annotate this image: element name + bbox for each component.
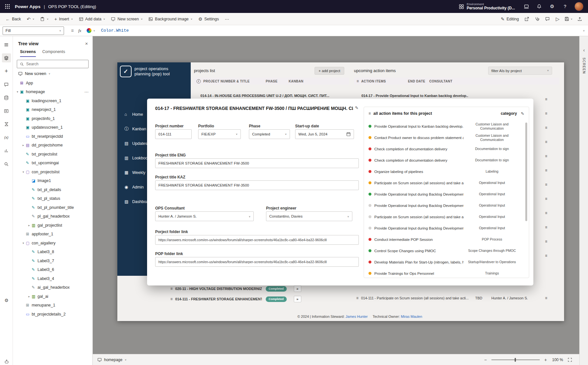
property-selector[interactable]: Fill ∨	[3, 27, 64, 35]
formula-expand-icon[interactable]: ∨	[583, 29, 585, 32]
comments-icon[interactable]	[542, 13, 552, 25]
tree-item-bt_projectdetails_2[interactable]: ▭bt_projectdetails_2	[13, 310, 92, 319]
search-rail-icon[interactable]	[2, 159, 11, 168]
menu-icon[interactable]	[2, 40, 11, 49]
tree-item-newproject_1[interactable]: ▣newproject_1	[13, 105, 92, 114]
tree-item-projectinfo_1[interactable]: ▣projectinfo_1	[13, 114, 92, 123]
search-input[interactable]	[26, 62, 86, 66]
add-data-button[interactable]: Add data ∨	[76, 13, 108, 25]
power-automate-icon[interactable]	[2, 120, 11, 129]
ops-consultant-dropdown[interactable]: Hunter A. / Jameson S.∨	[155, 211, 254, 221]
tree-item-dd_projectshome[interactable]: ▤dd_projectshome	[13, 141, 92, 150]
expand-down-icon[interactable]	[21, 242, 26, 245]
tree-item-con_projectslist[interactable]: ▢con_projectslist	[13, 167, 92, 177]
portfolio-dropdown[interactable]: FIE/EXP∨	[198, 129, 241, 139]
tree-item-gal_ai[interactable]: ▥gal_ai	[13, 292, 92, 301]
expand-right-icon[interactable]	[27, 295, 32, 298]
tree-item-con_aigallery[interactable]: ▢con_aigallery	[13, 239, 92, 248]
project-number-input[interactable]: 014-111	[155, 129, 192, 139]
zoom-slider[interactable]	[491, 360, 540, 360]
action-item-row[interactable]: Provide Operational Input to Kanban back…	[364, 121, 529, 132]
drag-handle-icon[interactable]: ≡	[545, 154, 547, 158]
fit-to-screen-icon[interactable]	[568, 358, 572, 362]
tree-item-txt_projectslist[interactable]: ✎txt_projectslist	[13, 150, 92, 159]
expand-down-icon[interactable]	[21, 170, 26, 174]
settings-icon[interactable]: ⚙	[549, 3, 556, 10]
steward-link[interactable]: James Hunter	[346, 315, 368, 318]
drag-handle-icon[interactable]: ≡	[545, 225, 547, 230]
tree-item-txt_upcomingai[interactable]: ✎txt_upcomingai	[13, 159, 92, 168]
phase-dropdown[interactable]: Completed∨	[249, 129, 290, 139]
action-item-row[interactable]: Provide Operational Input during Backlog…	[364, 222, 529, 234]
calendar-icon[interactable]	[346, 132, 351, 136]
copilot-chat-icon[interactable]	[2, 80, 11, 89]
open-kanban-button[interactable]: »	[294, 296, 301, 302]
tree-item-ai_gal_headerbox[interactable]: ✎ai_gal_headerbox	[13, 283, 92, 292]
action-row-partial[interactable]: 014-17 - Provide Operational Input to Ka…	[361, 94, 468, 98]
edit-categories-icon[interactable]: ✎	[521, 111, 524, 116]
notifications-icon[interactable]	[536, 3, 543, 10]
drag-handle-icon[interactable]: ≡	[545, 253, 547, 258]
tree-item-updatesscreen_1[interactable]: ▣updatesscreen_1	[13, 123, 92, 132]
background-image-button[interactable]: Background image ∨	[145, 13, 195, 25]
drag-handle-icon[interactable]: ≡	[170, 297, 173, 301]
panel-scrollbar[interactable]	[525, 123, 527, 221]
device-status-icon[interactable]	[523, 3, 530, 10]
drag-handle-icon[interactable]: ≡	[545, 182, 547, 187]
formula-input[interactable]: Color.White	[101, 28, 583, 33]
title-kaz-input[interactable]: FRESHWATER STORAGE ENHANCEMENT FW-3500	[155, 180, 359, 190]
tree-item-App[interactable]: ⊞App	[13, 79, 92, 88]
open-kanban-button[interactable]: »	[294, 285, 301, 292]
action-item-row[interactable]: Control Scope Changes using PMOCScope Ch…	[364, 245, 529, 256]
tree-item-txt_pl_status[interactable]: ✎txt_pl_status	[13, 194, 92, 203]
edit-title-icon[interactable]: ✎	[355, 105, 358, 110]
paste-button[interactable]: ∨	[37, 13, 51, 25]
data-icon[interactable]	[2, 93, 11, 102]
tree-item-Label3_7[interactable]: ✎Label3_7	[13, 256, 92, 265]
publish-icon[interactable]	[574, 13, 585, 25]
tree-item-menupane_1[interactable]: ⊞menupane_1	[13, 301, 92, 310]
action-item-row[interactable]: Conduct intermediate POP SessionPOP Proc…	[364, 234, 529, 245]
project-engineer-dropdown[interactable]: Constantino, Davies∨	[266, 211, 352, 221]
project-row[interactable]: ≡ 014-111 - FRESHWATER STORAGE ENHANCEME…	[170, 296, 332, 302]
drag-handle-icon[interactable]: ≡	[545, 296, 547, 300]
share-icon[interactable]	[521, 13, 532, 25]
chevron-down-icon[interactable]: ∨	[33, 18, 35, 20]
zoom-in-button[interactable]: +	[544, 357, 547, 362]
new-screen-button[interactable]: New screen ∨	[108, 13, 145, 25]
action-item-row[interactable]: Contact Product owner to discuss problem…	[364, 132, 529, 143]
project-folder-input[interactable]: https://answers.microsoft.com/en-us/wind…	[155, 235, 359, 245]
drag-handle-icon[interactable]: ≡	[356, 296, 358, 300]
environment-picker[interactable]: Environment Personal Productivity (D...	[459, 2, 515, 11]
action-item-row[interactable]: Develop Materials Plan for Start-Up (nit…	[364, 256, 529, 268]
action-item-row[interactable]: Participate on Scrum session (all sessio…	[364, 211, 529, 222]
new-screen-tree-button[interactable]: New screen ∨	[13, 68, 92, 78]
add-project-button[interactable]: + add project	[315, 67, 344, 75]
brand[interactable]: Power Apps	[15, 4, 41, 9]
action-item-row[interactable]: Check completion of documentation delive…	[364, 155, 529, 166]
tree-item-Label3_6[interactable]: ✎Label3_6	[13, 265, 92, 274]
tree-item-txt_pl_details[interactable]: ✎txt_pl_details	[13, 185, 92, 194]
help-icon[interactable]: ?	[561, 3, 569, 10]
zoom-slider-thumb[interactable]	[515, 358, 516, 362]
settings-button[interactable]: ⚙ Settings	[195, 13, 222, 25]
media-icon[interactable]	[2, 106, 11, 115]
drag-handle-icon[interactable]: ≡	[545, 168, 547, 173]
action-item-row[interactable]: ≡ 014-111 - Participate on Scrum session…	[356, 296, 557, 300]
owner-link[interactable]: Miras Maulen	[401, 315, 422, 318]
tree-item-bt_resetprojectdd[interactable]: ▭bt_resetprojectdd	[13, 132, 92, 141]
overflow-button[interactable]: ⋯	[222, 13, 232, 25]
expand-down-icon[interactable]	[15, 90, 20, 93]
drag-handle-icon[interactable]: ≡	[545, 111, 547, 116]
drag-handle-icon[interactable]: ≡	[545, 140, 547, 144]
tree-item-loadingscreen_1[interactable]: ▣loadingscreen_1	[13, 96, 92, 105]
preview-icon[interactable]: ▷	[552, 13, 563, 25]
tree-item-Label3_4[interactable]: ✎Label3_4	[13, 274, 92, 283]
action-item-row[interactable]: Organize labeling of pipelinesLabeling	[364, 166, 529, 177]
chevron-down-icon[interactable]: ∨	[93, 29, 95, 32]
action-item-row[interactable]: Provide Operational Input during Backlog…	[364, 200, 529, 211]
save-chevron-icon[interactable]: ∨	[571, 18, 572, 20]
undo-button[interactable]: ↶ ∨	[24, 13, 37, 25]
app-checker-rail-icon[interactable]	[2, 146, 11, 155]
title-eng-input[interactable]: FRESHWATER STORAGE ENHANCEMENT FW-3500	[155, 158, 359, 168]
